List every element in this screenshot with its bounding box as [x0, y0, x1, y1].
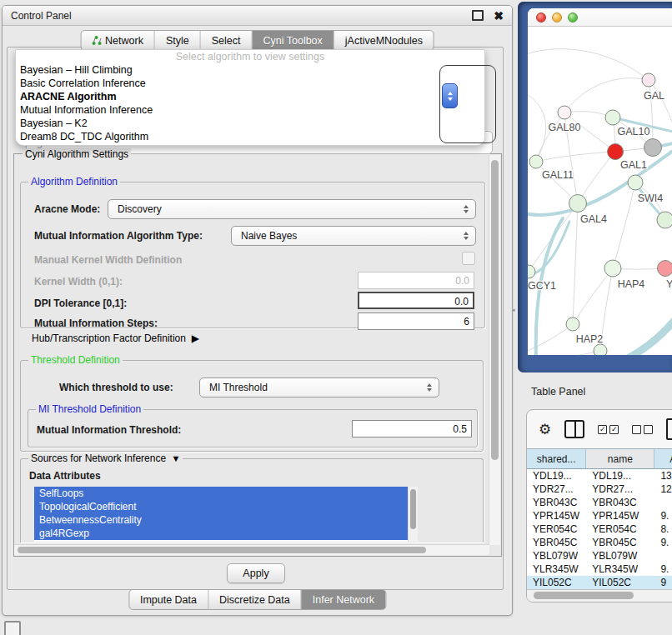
network-node-hap2[interactable]: [566, 318, 579, 331]
settings-horizontal-scrollbar[interactable]: [14, 544, 489, 555]
combo-stepper-icon[interactable]: [442, 83, 458, 108]
kernel-width-input: [359, 273, 474, 289]
data-attribute-item[interactable]: SelfLoops: [34, 487, 408, 500]
table-settings-gear-icon[interactable]: ⚙: [539, 422, 551, 437]
network-node[interactable]: [657, 212, 672, 228]
data-attribute-item[interactable]: BetweennessCentrality: [34, 513, 408, 527]
hub-section-toggle[interactable]: Hub/Transcription Factor Definition ▶: [32, 332, 199, 344]
algorithm-option[interactable]: Dream8 DC_TDC Algorithm: [16, 130, 484, 143]
network-edge: [528, 49, 649, 80]
column-layout-icon[interactable]: [564, 420, 584, 438]
tab-select[interactable]: Select: [201, 31, 253, 50]
table-cell: 12: [654, 482, 672, 496]
network-node-gal10[interactable]: [605, 110, 620, 125]
network-canvas[interactable]: GALGAL80GAL10GAL1GAL11SWI4GAL4GCY1HAP4YH…: [528, 27, 672, 355]
mi-steps-label: Mutual Information Steps:: [34, 318, 158, 329]
table-body: YDL19...YDL19...13YDR27...YDR27...12YBR0…: [527, 469, 672, 589]
mi-steps-input[interactable]: [359, 314, 474, 330]
data-attribute-item[interactable]: TopologicalCoefficient: [34, 500, 408, 513]
threshold-definition-title: Threshold Definition: [28, 354, 123, 366]
table-cell: YBR045C: [586, 536, 654, 549]
table-row[interactable]: YER054CYER054C8.: [527, 522, 672, 536]
bottom-tab-impute-data[interactable]: Impute Data: [129, 590, 208, 609]
tab-cyni-toolbox[interactable]: Cyni Toolbox: [252, 31, 333, 50]
sources-group: Sources for Network Inference ▼ Data Att…: [20, 458, 484, 542]
minimize-window-icon[interactable]: [552, 12, 562, 22]
apply-button[interactable]: Apply: [227, 563, 285, 583]
algorithm-definition-group: Algorithm Definition Aracne Mode: Discov…: [20, 182, 485, 328]
network-node-y[interactable]: [658, 261, 672, 277]
aracne-mode-combo[interactable]: Discovery: [108, 199, 476, 219]
tab-style[interactable]: Style: [155, 31, 201, 50]
export-table-icon[interactable]: [666, 418, 672, 440]
sources-title[interactable]: Sources for Network Inference ▼: [28, 452, 183, 464]
algorithm-option[interactable]: Mutual Information Inference: [16, 103, 484, 117]
network-edge: [564, 78, 649, 112]
cyni-settings-title: Cyni Algorithm Settings: [23, 148, 131, 160]
network-node-hap4[interactable]: [604, 260, 621, 277]
table-row[interactable]: YBR045CYBR045C9.: [527, 536, 672, 549]
dpi-tolerance-field[interactable]: [358, 292, 474, 309]
table-horizontal-scrollbar[interactable]: [527, 589, 672, 602]
network-node-gcy1[interactable]: [528, 265, 535, 278]
which-threshold-combo[interactable]: MI Threshold: [199, 378, 439, 398]
algorithm-dropdown-list: Bayesian – Hill ClimbingBasic Correlatio…: [16, 63, 484, 143]
mi-type-combo[interactable]: Naive Bayes: [231, 226, 476, 246]
settings-vertical-scrollbar[interactable]: [489, 155, 500, 545]
close-panel-icon[interactable]: ✖: [494, 12, 504, 20]
network-window-titlebar: [528, 8, 672, 27]
tab-jactivemnodules[interactable]: jActiveMNodules: [334, 31, 434, 50]
table-row[interactable]: YBL079WYBL079W: [527, 549, 672, 562]
network-node[interactable]: [644, 139, 662, 157]
table-cell: YER054C: [527, 522, 586, 536]
zoom-window-icon[interactable]: [568, 12, 578, 22]
network-node-gal[interactable]: [642, 73, 655, 87]
mi-threshold-input[interactable]: [353, 422, 471, 438]
table-row[interactable]: YIL052CYIL052C9: [527, 576, 672, 589]
table-cell: YDR27...: [527, 482, 586, 496]
algorithm-dropdown-popup: Select algorithm to view settings Bayesi…: [15, 49, 485, 146]
select-all-columns-icon[interactable]: ✓✓: [598, 425, 619, 434]
network-node[interactable]: [594, 344, 607, 355]
dpi-tolerance-label: DPI Tolerance [0,1]:: [34, 298, 127, 309]
data-attribute-item[interactable]: gal4RGexp: [34, 527, 408, 540]
network-node-gal80[interactable]: [558, 106, 571, 119]
table-cell: YIL052C: [527, 576, 586, 589]
table-row[interactable]: YPR145WYPR145W9.: [527, 509, 672, 522]
table-column-header[interactable]: name: [586, 449, 654, 468]
network-node-gal1[interactable]: [608, 144, 624, 160]
network-node-swi4[interactable]: [628, 175, 643, 190]
table-cell: 8.: [654, 522, 672, 536]
dpi-tolerance-input[interactable]: [359, 295, 473, 309]
algorithm-option[interactable]: Basic Correlation Inference: [16, 77, 484, 90]
bottom-tab-discretize-data[interactable]: Discretize Data: [208, 590, 302, 609]
mi-threshold-field[interactable]: [352, 420, 472, 438]
algorithm-option[interactable]: Bayesian – Hill Climbing: [16, 63, 484, 77]
table-row[interactable]: YBR043CYBR043C: [527, 496, 672, 509]
collapsed-panel-icon[interactable]: [4, 621, 21, 635]
table-column-header[interactable]: shared...: [527, 449, 586, 468]
table-cell: YIL052C: [586, 576, 654, 589]
panel-splitter-handle[interactable]: ◂: [512, 307, 515, 313]
attributes-scrollbar[interactable]: [408, 487, 418, 542]
table-cell: 13: [654, 469, 672, 482]
algorithm-option[interactable]: Bayesian – K2: [16, 117, 484, 130]
bottom-tab-infer-network[interactable]: Infer Network: [302, 590, 385, 609]
mi-steps-field[interactable]: [358, 312, 474, 330]
screen: Control Panel ✖ NetworkStyleSelectCyni T…: [0, 0, 672, 635]
close-window-icon[interactable]: [536, 12, 546, 22]
network-node-gal4[interactable]: [569, 195, 587, 212]
network-node-gal11[interactable]: [529, 155, 543, 168]
table-row[interactable]: YLR345WYLR345W9.: [527, 562, 672, 576]
float-panel-icon[interactable]: [472, 10, 484, 21]
deselect-all-columns-icon[interactable]: [632, 425, 653, 434]
mi-threshold-label: Mutual Information Threshold:: [37, 424, 181, 436]
combo-arrows-icon: [464, 205, 475, 213]
network-node-label: GCY1: [528, 280, 556, 292]
table-column-header[interactable]: A: [654, 449, 672, 468]
table-row[interactable]: YDL19...YDL19...13: [527, 469, 672, 482]
algorithm-option[interactable]: ARACNE Algorithm: [16, 90, 484, 103]
table-cell: YER054C: [586, 522, 654, 536]
tab-network[interactable]: Network: [81, 31, 155, 50]
table-row[interactable]: YDR27...YDR27...12: [527, 482, 672, 496]
